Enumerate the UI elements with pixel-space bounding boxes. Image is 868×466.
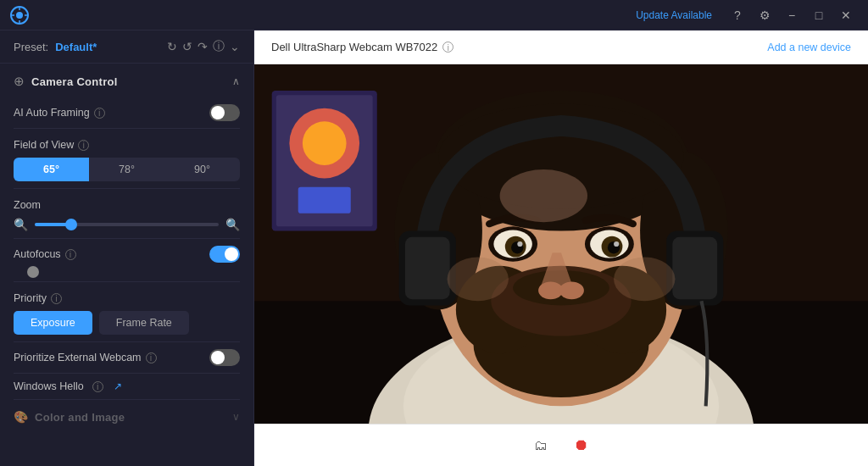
- preset-chevron-icon[interactable]: ⌄: [230, 40, 240, 53]
- titlebar-left: [10, 6, 29, 25]
- autofocus-row: Autofocus i: [14, 246, 240, 263]
- zoom-slider-row: 🔍 🔍: [14, 218, 240, 231]
- fov-section: Field of View i 65° 78° 90°: [0, 129, 253, 188]
- autofocus-focus-indicator: [27, 266, 39, 278]
- preset-icons: ↻ ↺ ↷ ⓘ ⌄: [167, 39, 240, 54]
- color-and-image-title: Color and Image: [35, 411, 125, 424]
- ai-auto-framing-row: AI Auto Framing i: [0, 97, 253, 128]
- zoom-slider-thumb[interactable]: [65, 219, 77, 230]
- external-link-icon[interactable]: ↗: [114, 380, 122, 392]
- folder-icon: 🗂: [534, 438, 548, 453]
- help-icon: ?: [734, 8, 741, 22]
- section-header-left: ⊕ Camera Control: [14, 74, 118, 89]
- zoom-in-icon: 🔍: [225, 218, 240, 231]
- folder-button[interactable]: 🗂: [526, 430, 556, 461]
- close-icon: ✕: [841, 8, 851, 22]
- camera-device-name: Dell UltraSharp Webcam WB7022: [271, 41, 437, 53]
- prioritize-external-webcam-toggle[interactable]: [209, 349, 240, 366]
- camera-control-title: Camera Control: [31, 75, 118, 88]
- palette-icon: 🎨: [14, 410, 28, 424]
- maximize-icon: □: [815, 8, 822, 22]
- zoom-label: Zoom: [14, 199, 240, 211]
- svg-point-44: [500, 169, 587, 222]
- priority-info-icon[interactable]: i: [51, 293, 62, 304]
- autofocus-toggle[interactable]: [209, 246, 240, 263]
- autofocus-label: Autofocus i: [14, 248, 76, 260]
- webcam-preview: [254, 64, 868, 424]
- maximize-button[interactable]: □: [807, 3, 831, 27]
- ai-auto-framing-toggle[interactable]: [209, 104, 240, 121]
- preset-info-icon[interactable]: ⓘ: [213, 39, 225, 54]
- sidebar-content: ⊕ Camera Control ∧ AI Auto Framing i: [0, 64, 253, 466]
- titlebar: Update Available ? ⚙ − □ ✕: [0, 0, 868, 31]
- main-layout: Preset: Default* ↻ ↺ ↷ ⓘ ⌄ ⊕ Camera Cont…: [0, 31, 868, 466]
- target-icon: ⊕: [14, 74, 25, 89]
- webcam-svg: [254, 64, 868, 424]
- app-logo-icon: [10, 6, 29, 25]
- close-button[interactable]: ✕: [834, 3, 858, 27]
- fov-label: Field of View i: [14, 139, 240, 151]
- camera-control-section: ⊕ Camera Control ∧ AI Auto Framing i: [0, 64, 253, 399]
- windows-hello-label: Windows Hello: [14, 380, 84, 392]
- video-area: [254, 64, 868, 424]
- gear-icon: ⚙: [760, 8, 771, 22]
- ai-auto-framing-label: AI Auto Framing i: [14, 107, 105, 119]
- fov-buttons: 65° 78° 90°: [14, 158, 240, 181]
- section-collapse-icon[interactable]: ∧: [232, 75, 240, 87]
- main-content: Dell UltraSharp Webcam WB7022 i Add a ne…: [254, 31, 868, 466]
- record-icon: ⏺: [574, 436, 589, 454]
- fov-btn-78[interactable]: 78°: [89, 158, 164, 181]
- svg-point-36: [538, 281, 563, 299]
- redo-icon[interactable]: ↷: [198, 40, 208, 53]
- preset-name: Default*: [55, 41, 97, 53]
- priority-framerate-btn[interactable]: Frame Rate: [99, 311, 189, 335]
- sync-icon[interactable]: ↻: [167, 40, 177, 53]
- svg-point-37: [559, 281, 584, 299]
- priority-label: Priority i: [14, 292, 240, 304]
- titlebar-right: Update Available ? ⚙ − □ ✕: [636, 3, 858, 27]
- priority-buttons: Exposure Frame Rate: [14, 311, 240, 335]
- camera-header: Dell UltraSharp Webcam WB7022 i Add a ne…: [254, 31, 868, 64]
- record-button[interactable]: ⏺: [566, 430, 597, 461]
- camera-controls-bar: 🗂 ⏺: [254, 424, 868, 466]
- fov-btn-90[interactable]: 90°: [164, 158, 240, 181]
- fov-btn-65[interactable]: 65°: [14, 158, 89, 181]
- zoom-out-icon: 🔍: [14, 218, 28, 231]
- minimize-icon: −: [788, 8, 795, 22]
- color-section-header-left: 🎨 Color and Image: [14, 410, 125, 424]
- preset-bar: Preset: Default* ↻ ↺ ↷ ⓘ ⌄: [0, 31, 253, 64]
- camera-control-header[interactable]: ⊕ Camera Control ∧: [0, 64, 253, 97]
- svg-point-46: [614, 258, 675, 302]
- svg-point-10: [303, 121, 347, 165]
- priority-section: Priority i Exposure Frame Rate: [0, 282, 253, 341]
- update-available-link[interactable]: Update Available: [636, 9, 712, 21]
- zoom-slider[interactable]: [35, 223, 219, 226]
- ai-auto-framing-info-icon[interactable]: i: [94, 108, 105, 119]
- preset-label: Preset:: [14, 41, 48, 53]
- prioritize-external-webcam-label: Prioritize External Webcam i: [14, 352, 157, 363]
- svg-point-1: [16, 12, 23, 19]
- prioritize-external-webcam-row: Prioritize External Webcam i: [0, 342, 253, 373]
- fov-info-icon[interactable]: i: [78, 140, 89, 151]
- add-device-link[interactable]: Add a new device: [767, 42, 851, 53]
- sidebar: Preset: Default* ↻ ↺ ↷ ⓘ ⌄ ⊕ Camera Cont…: [0, 31, 254, 466]
- svg-rect-41: [405, 237, 450, 299]
- color-section-chevron-icon[interactable]: ∨: [232, 411, 240, 423]
- svg-rect-11: [298, 187, 351, 214]
- zoom-section: Zoom 🔍 🔍: [0, 189, 253, 238]
- minimize-button[interactable]: −: [780, 3, 804, 27]
- settings-button[interactable]: ⚙: [753, 3, 776, 27]
- camera-device-info-icon[interactable]: i: [442, 42, 453, 53]
- color-and-image-header[interactable]: 🎨 Color and Image ∨: [0, 400, 253, 432]
- prioritize-external-info-icon[interactable]: i: [146, 352, 157, 363]
- svg-rect-43: [672, 237, 717, 299]
- windows-hello-info-icon[interactable]: i: [92, 381, 103, 392]
- autofocus-info-icon[interactable]: i: [65, 249, 76, 260]
- priority-exposure-btn[interactable]: Exposure: [14, 311, 92, 335]
- undo-icon[interactable]: ↺: [182, 40, 192, 53]
- svg-point-35: [614, 241, 619, 247]
- svg-point-34: [517, 241, 522, 247]
- camera-name: Dell UltraSharp Webcam WB7022 i: [271, 41, 453, 53]
- help-button[interactable]: ?: [726, 3, 749, 27]
- windows-hello-row: Windows Hello i ↗: [0, 374, 253, 399]
